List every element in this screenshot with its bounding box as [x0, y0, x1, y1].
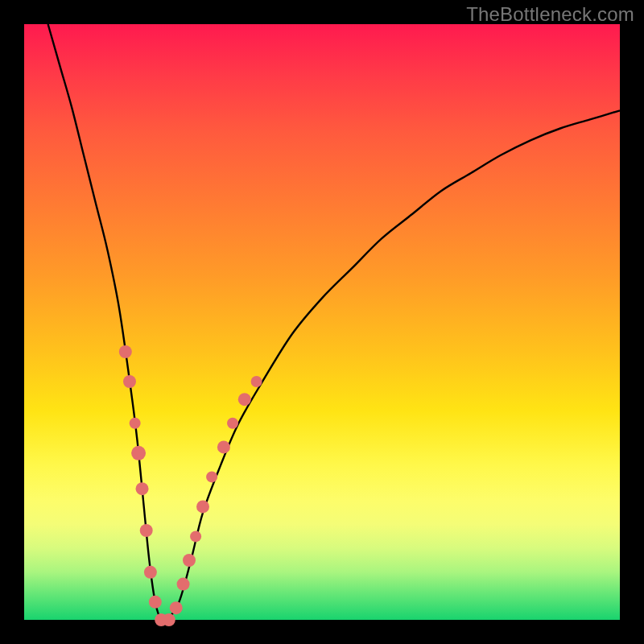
chart-svg [24, 24, 620, 620]
plot-area [24, 24, 620, 620]
highlight-point [251, 376, 262, 387]
highlight-point [196, 500, 209, 513]
bottleneck-curve [48, 24, 620, 622]
highlight-point [183, 554, 196, 567]
highlight-point [149, 596, 162, 609]
highlight-point [119, 345, 132, 358]
highlight-point [190, 530, 201, 542]
highlight-point [163, 613, 175, 626]
highlight-point [136, 482, 149, 495]
highlight-point [131, 446, 146, 460]
highlight-point [206, 471, 217, 482]
chart-frame: TheBottleneck.com [0, 0, 644, 644]
highlight-point [170, 601, 183, 614]
highlight-markers [119, 345, 262, 626]
highlight-point [217, 440, 230, 453]
highlight-point [144, 566, 157, 579]
highlight-point [123, 375, 136, 388]
highlight-point [130, 418, 141, 429]
highlight-point [140, 524, 153, 537]
highlight-point [238, 393, 251, 406]
highlight-point [227, 418, 238, 429]
highlight-point [177, 578, 190, 591]
watermark-text: TheBottleneck.com [466, 3, 634, 26]
